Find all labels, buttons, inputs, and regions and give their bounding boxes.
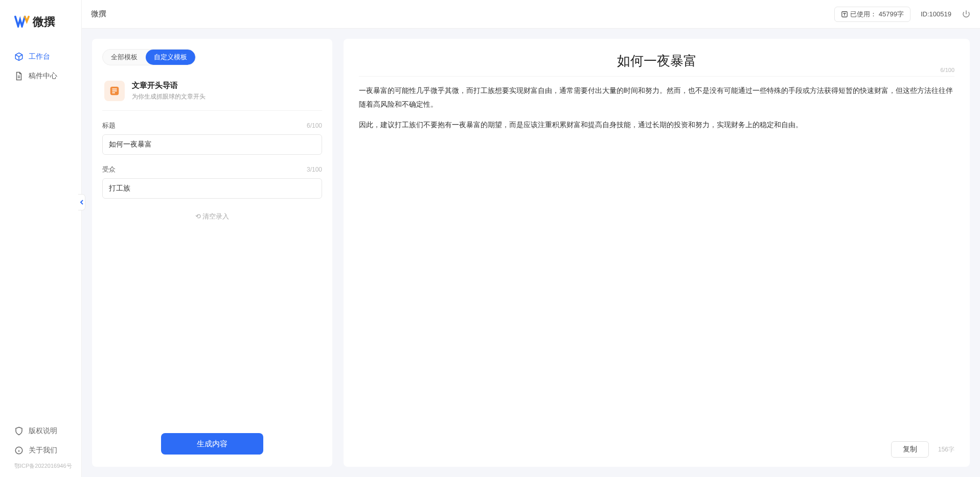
power-icon: [962, 10, 971, 19]
generate-button[interactable]: 生成内容: [161, 433, 263, 455]
shield-icon: [14, 426, 24, 436]
output-footer: 复制 156字: [359, 436, 954, 458]
nav-item-copyright[interactable]: 版权说明: [0, 421, 81, 441]
template-card: 文章开头导语 为你生成抓眼球的文章开头: [102, 76, 322, 111]
usage-value: 45799字: [879, 10, 904, 19]
nav-item-drafts[interactable]: 稿件中心: [0, 66, 81, 86]
info-icon: [14, 446, 24, 455]
template-desc: 为你生成抓眼球的文章开头: [132, 92, 206, 101]
nav: 工作台 稿件中心: [0, 42, 81, 417]
tab-all-templates[interactable]: 全部模板: [103, 50, 146, 65]
output-title: 如何一夜暴富: [359, 52, 954, 70]
document-icon: [14, 71, 24, 81]
usage-label: 已使用：: [850, 10, 877, 19]
template-name: 文章开头导语: [132, 81, 206, 90]
template-icon: [104, 81, 125, 101]
sidebar: 微撰 工作台 稿件中心 版权说明: [0, 0, 82, 477]
tab-custom-template[interactable]: 自定义模板: [146, 50, 195, 65]
logout-button[interactable]: [962, 10, 971, 19]
sidebar-collapse-toggle[interactable]: [78, 194, 85, 210]
audience-input[interactable]: [102, 178, 322, 199]
output-header: 如何一夜暴富 6/100: [359, 52, 954, 77]
logo-mark-icon: [14, 15, 30, 29]
svg-rect-5: [112, 92, 115, 93]
nav-item-label: 工作台: [29, 52, 50, 61]
user-id: ID:100519: [921, 10, 951, 18]
logo-text: 微撰: [33, 14, 55, 30]
tabs: 全部模板 自定义模板: [102, 49, 322, 65]
svg-rect-3: [112, 88, 117, 89]
clear-inputs-link[interactable]: ⟲ 清空录入: [102, 212, 322, 221]
svg-rect-4: [112, 90, 117, 91]
char-count: 156字: [938, 445, 954, 454]
page-title: 微撰: [91, 9, 106, 19]
field-title: 标题 6/100: [102, 121, 322, 155]
nav-item-label: 关于我们: [29, 446, 57, 455]
title-input[interactable]: [102, 134, 322, 155]
chevron-left-icon: [80, 200, 84, 205]
output-panel: 如何一夜暴富 6/100 一夜暴富的可能性几乎微乎其微，而打工族想要实现财富自由…: [344, 39, 970, 467]
sidebar-footer: 版权说明 关于我们 鄂ICP备2022016946号: [0, 417, 81, 477]
field-count: 6/100: [307, 122, 322, 129]
nav-item-label: 稿件中心: [29, 71, 57, 81]
output-title-count: 6/100: [940, 67, 954, 73]
nav-item-label: 版权说明: [29, 426, 57, 436]
output-body: 一夜暴富的可能性几乎微乎其微，而打工族想要实现财富自由，通常需要付出大量的时间和…: [359, 84, 954, 139]
nav-item-about[interactable]: 关于我们: [0, 441, 81, 460]
nav-item-workspace[interactable]: 工作台: [0, 47, 81, 66]
output-paragraph: 一夜暴富的可能性几乎微乎其微，而打工族想要实现财富自由，通常需要付出大量的时间和…: [359, 84, 954, 111]
topbar: 微撰 已使用： 45799字 ID:100519: [82, 0, 980, 29]
field-count: 3/100: [307, 166, 322, 173]
icp-license: 鄂ICP备2022016946号: [0, 460, 81, 470]
main: 微撰 已使用： 45799字 ID:100519 全部模板 自定义模板: [82, 0, 980, 477]
logo: 微撰: [0, 0, 81, 42]
field-audience: 受众 3/100: [102, 165, 322, 199]
text-icon: [841, 11, 848, 18]
form-panel: 全部模板 自定义模板 文章开头导语 为你生成抓眼球的文章开头 标题: [92, 39, 332, 467]
field-label: 标题: [102, 121, 116, 130]
output-paragraph: 因此，建议打工族们不要抱有一夜暴富的期望，而是应该注重积累财富和提高自身技能，通…: [359, 118, 954, 132]
field-label: 受众: [102, 165, 116, 174]
copy-button[interactable]: 复制: [891, 441, 929, 458]
usage-badge[interactable]: 已使用： 45799字: [834, 7, 910, 22]
cube-icon: [14, 52, 24, 61]
